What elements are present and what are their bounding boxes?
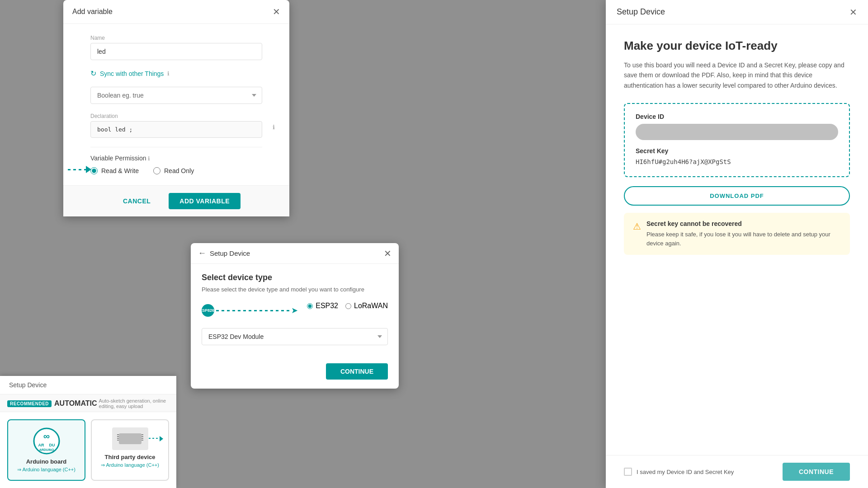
cancel-button[interactable]: CANCEL (112, 193, 161, 209)
lorawan-option[interactable]: LoRaWAN (345, 302, 388, 310)
declaration-input[interactable] (90, 121, 262, 138)
back-button[interactable]: ← (198, 249, 206, 258)
warning-icon: ⚠ (633, 221, 641, 248)
add-variable-modal-footer: CANCEL ADD VARIABLE (63, 185, 289, 216)
svg-text:AR: AR (38, 443, 44, 447)
name-form-group: Name (90, 35, 262, 60)
pin5 (142, 434, 143, 435)
device-cards: ∞ AR DU ARDUINO Arduino board ⇒ Arduino … (0, 412, 176, 488)
add-variable-close-button[interactable]: ✕ (273, 7, 280, 16)
read-write-label: Read & Write (101, 167, 139, 174)
read-only-radio[interactable] (153, 167, 160, 174)
step-indicator: ESP8266 ➤ ESP32 LoRaWAN (202, 302, 388, 319)
pin2 (117, 436, 119, 437)
warning-title: Secret key cannot be recovered (646, 220, 841, 227)
recommended-badge: RECOMMENDED (7, 400, 52, 407)
right-continue-button[interactable]: CONTINUE (783, 463, 850, 481)
iot-ready-description: To use this board you will need a Device… (624, 60, 850, 90)
right-panel-close-button[interactable]: ✕ (849, 8, 857, 17)
select-device-main-title: Select device type (202, 273, 388, 282)
arduino-board-card[interactable]: ∞ AR DU ARDUINO Arduino board ⇒ Arduino … (7, 419, 85, 481)
svg-text:DU: DU (49, 443, 55, 447)
read-only-label: Read Only (164, 167, 194, 174)
permission-options: Read & Write Read Only (90, 167, 262, 174)
name-label: Name (90, 35, 262, 41)
lorawan-label: LoRaWAN (354, 302, 388, 310)
saved-label: I saved my Device ID and Secret Key (637, 469, 734, 475)
add-variable-modal-title: Add variable (72, 8, 113, 16)
sync-label: Sync with other Things (100, 70, 164, 77)
esp32-radio[interactable] (307, 303, 313, 309)
connector-arrow (160, 436, 163, 441)
right-panel-title: Setup Device (617, 7, 665, 17)
pin3 (117, 438, 119, 439)
model-select[interactable]: ESP32 Dev Module (202, 328, 388, 345)
add-variable-modal-body: Name ↻ Sync with other Things ℹ Boolean … (63, 24, 289, 185)
permission-section: Variable Permission ℹ Read & Write Read … (90, 155, 262, 174)
arrow-head (86, 166, 91, 173)
esp32-label: ESP32 (316, 302, 338, 310)
read-only-option[interactable]: Read Only (153, 167, 194, 174)
select-modal-title: Setup Device (210, 249, 250, 257)
declaration-group: Declaration ℹ (90, 113, 262, 138)
arduino-card-sub: ⇒ Arduino language (C++) (15, 467, 77, 473)
permission-info-icon[interactable]: ℹ (148, 155, 150, 162)
warning-box: ⚠ Secret key cannot be recovered Please … (624, 213, 850, 255)
automatic-label: AUTOMATIC (54, 399, 97, 408)
third-party-card[interactable]: Third party device ⇒ Arduino language (C… (91, 419, 169, 481)
auto-desc: Auto-sketch generation, online editing, … (99, 398, 169, 409)
recommended-row: RECOMMENDED AUTOMATIC Auto-sketch genera… (0, 394, 176, 412)
step1-circle: ESP8266 (202, 304, 214, 317)
declaration-info-icon[interactable]: ℹ (273, 124, 275, 131)
pin4 (117, 440, 119, 441)
select-device-description: Please select the device type and model … (202, 286, 388, 293)
select-modal-nav: ← Setup Device (198, 249, 250, 258)
right-panel-footer: I saved my Device ID and Secret Key CONT… (606, 455, 868, 488)
select-modal-header: ← Setup Device ✕ (191, 243, 399, 264)
pin1 (117, 434, 119, 435)
sync-row[interactable]: ↻ Sync with other Things ℹ (90, 69, 262, 78)
download-pdf-button[interactable]: DOWNLOAD PDF (624, 186, 850, 206)
setup-bottom-title: Setup Device (9, 381, 47, 389)
svg-text:ARDUINO: ARDUINO (39, 448, 54, 451)
svg-text:∞: ∞ (43, 431, 49, 441)
device-id-label: Device ID (636, 113, 838, 120)
arrow-line (68, 169, 86, 170)
connector-line (149, 438, 160, 439)
third-party-title: Third party device (99, 454, 161, 460)
name-input[interactable] (90, 43, 262, 60)
select-device-continue-button[interactable]: CONTINUE (326, 363, 388, 380)
secret-key-label: Secret Key (636, 147, 838, 155)
esp32-option[interactable]: ESP32 (307, 302, 338, 310)
lorawan-radio[interactable] (345, 303, 351, 309)
type-form-group: Boolean eg. true (90, 87, 262, 104)
right-panel-header: Setup Device ✕ (606, 0, 868, 24)
warning-content: Secret key cannot be recovered Please ke… (646, 220, 841, 248)
pin7 (142, 438, 143, 439)
add-variable-button[interactable]: ADD VARIABLE (169, 193, 241, 209)
sync-icon: ↻ (90, 69, 96, 78)
sync-info-icon[interactable]: ℹ (167, 70, 170, 77)
step-dashes (216, 310, 289, 311)
select-modal-footer: CONTINUE (191, 363, 399, 389)
dashed-arrow (68, 166, 91, 173)
iot-ready-title: Make your device IoT-ready (624, 39, 850, 53)
third-party-sub: ⇒ Arduino language (C++) (99, 462, 161, 468)
secret-key-value: HI6hfU#g2uh4H6?ajX@XPgStS (636, 158, 838, 165)
credentials-box: Device ID Secret Key HI6hfU#g2uh4H6?ajX@… (624, 103, 850, 177)
select-device-close-button[interactable]: ✕ (384, 249, 392, 258)
add-variable-modal: Add variable ✕ Name ↻ Sync with other Th… (63, 0, 289, 216)
third-party-image (112, 427, 148, 450)
read-write-option[interactable]: Read & Write (90, 167, 139, 174)
read-write-radio[interactable] (90, 167, 98, 174)
add-variable-modal-header: Add variable ✕ (63, 0, 289, 24)
select-modal-body: Select device type Please select the dev… (191, 264, 399, 363)
device-id-value (636, 124, 838, 140)
device-type-options: ESP32 LoRaWAN (307, 302, 388, 310)
type-select[interactable]: Boolean eg. true (90, 87, 262, 104)
saved-check-row: I saved my Device ID and Secret Key (624, 468, 734, 476)
step1-label: ESP8266 (199, 308, 217, 313)
saved-checkbox[interactable] (624, 468, 632, 476)
setup-device-right-panel: Setup Device ✕ Make your device IoT-read… (606, 0, 868, 488)
step-arrow-icon: ➤ (291, 305, 298, 315)
